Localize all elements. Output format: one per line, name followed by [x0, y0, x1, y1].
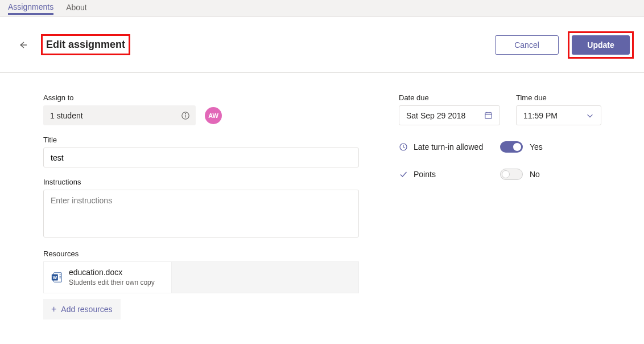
resource-name: education.docx — [69, 268, 155, 277]
tab-assignments[interactable]: Assignments — [8, 2, 53, 15]
late-turn-in-row: Late turn-in allowed Yes — [399, 141, 604, 153]
info-icon[interactable] — [181, 111, 190, 120]
svg-point-2 — [185, 113, 186, 114]
assign-to-value: 1 student — [50, 111, 83, 120]
late-turn-in-value-text: Yes — [530, 142, 543, 151]
points-value-text: No — [530, 170, 540, 179]
resources-label: Resources — [43, 249, 359, 258]
clock-icon — [399, 142, 408, 151]
svg-text:W: W — [53, 275, 57, 280]
resource-item[interactable]: W education.docx Students edit their own… — [43, 261, 172, 293]
back-arrow-icon[interactable] — [18, 40, 31, 50]
time-due-field[interactable]: 11:59 PM — [516, 105, 601, 125]
resource-subtitle: Students edit their own copy — [69, 279, 155, 286]
time-due-label: Time due — [516, 93, 601, 102]
date-due-label: Date due — [399, 93, 500, 102]
page-header: Edit assignment Cancel Update — [0, 17, 644, 73]
points-row: Points No — [399, 169, 604, 180]
chevron-down-icon — [586, 112, 594, 120]
date-due-value: Sat Sep 29 2018 — [406, 111, 465, 120]
tab-bar: Assignments About — [0, 0, 644, 17]
plus-icon: + — [51, 304, 56, 314]
title-label: Title — [43, 136, 359, 144]
update-highlight: Update — [568, 31, 634, 59]
resource-row-remainder — [172, 261, 359, 293]
title-input[interactable] — [43, 148, 359, 167]
points-toggle[interactable] — [500, 169, 523, 180]
assign-to-label: Assign to — [43, 93, 359, 102]
add-resources-button[interactable]: + Add resources — [43, 299, 121, 320]
checkmark-icon — [399, 170, 408, 179]
date-due-field[interactable]: Sat Sep 29 2018 — [399, 105, 500, 125]
tab-about[interactable]: About — [66, 3, 87, 14]
assign-to-field[interactable]: 1 student — [43, 105, 196, 125]
page-title: Edit assignment — [41, 34, 130, 55]
late-turn-in-toggle[interactable] — [500, 141, 523, 153]
instructions-label: Instructions — [43, 178, 359, 186]
update-button[interactable]: Update — [572, 35, 630, 55]
time-due-value: 11:59 PM — [523, 111, 558, 120]
student-avatar[interactable]: AW — [205, 107, 222, 124]
calendar-icon — [484, 111, 493, 120]
svg-rect-9 — [485, 113, 492, 118]
points-label: Points — [414, 170, 500, 179]
cancel-button[interactable]: Cancel — [495, 35, 559, 55]
instructions-input[interactable] — [43, 190, 359, 237]
add-resources-label: Add resources — [61, 305, 112, 314]
late-turn-in-label: Late turn-in allowed — [414, 142, 500, 151]
word-doc-icon: W — [51, 271, 63, 284]
